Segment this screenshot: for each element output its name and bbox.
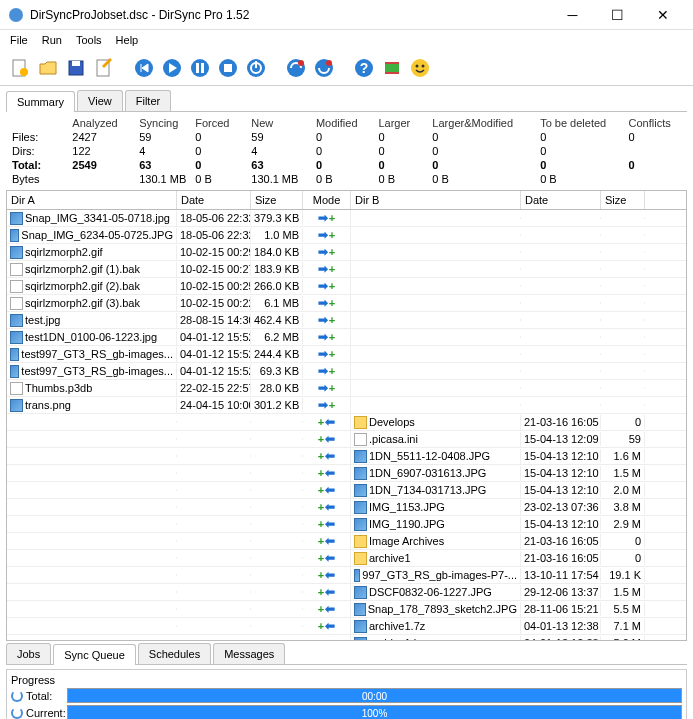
img-icon — [10, 399, 23, 412]
grid-row[interactable]: Snap_IMG_6234-05-0725.JPG 18-05-06 22:32… — [7, 227, 686, 244]
toolbar: ? — [0, 50, 693, 86]
file-date: 04-01-12 15:52 — [177, 347, 251, 361]
grid-row[interactable]: +⬅ 1DN_6907-031613.JPG 15-04-13 12:10 1.… — [7, 465, 686, 482]
file-date: 28-11-06 15:21 — [521, 602, 601, 616]
col-date-b[interactable]: Date — [521, 191, 601, 209]
play-button[interactable] — [160, 56, 184, 80]
grid-row[interactable]: test1DN_0100-06-1223.jpg 04-01-12 15:52 … — [7, 329, 686, 346]
file-date: 18-05-06 22:32 — [177, 211, 251, 225]
menubar: File Run Tools Help — [0, 30, 693, 50]
plus-icon: + — [318, 603, 324, 615]
sync-a-button[interactable] — [284, 56, 308, 80]
file-date: 10-02-15 00:25 — [177, 279, 251, 293]
img-icon — [10, 212, 23, 225]
grid-row[interactable]: sqirlzmorph2.gif 10-02-15 00:29 184.0 KB… — [7, 244, 686, 261]
skip-back-button[interactable] — [132, 56, 156, 80]
grid-row[interactable]: +⬅ IMG_1190.JPG 15-04-13 12:10 2.9 M — [7, 516, 686, 533]
menu-help[interactable]: Help — [110, 32, 145, 48]
sync-mode: ➡+ — [303, 346, 351, 362]
grid-row[interactable]: +⬅ 997_GT3_RS_gb-images-P7-... 13-10-11 … — [7, 567, 686, 584]
grid-row[interactable]: sqirlzmorph2.gif (1).bak 10-02-15 00:27 … — [7, 261, 686, 278]
col-size-a[interactable]: Size — [251, 191, 303, 209]
col-date-a[interactable]: Date — [177, 191, 251, 209]
new-button[interactable] — [8, 56, 32, 80]
menu-run[interactable]: Run — [36, 32, 68, 48]
tab-sync-queue[interactable]: Sync Queue — [53, 644, 136, 665]
arrow-right-icon: ➡ — [318, 228, 328, 242]
grid-row[interactable]: sqirlzmorph2.gif (2).bak 10-02-15 00:25 … — [7, 278, 686, 295]
tab-view[interactable]: View — [77, 90, 123, 111]
progress-current-bar: 100% — [67, 705, 682, 719]
grid-row[interactable]: +⬅ IMG_1153.JPG 23-02-13 07:36 3.8 M — [7, 499, 686, 516]
arrow-left-icon: ⬅ — [325, 500, 335, 514]
file-name: sqirlzmorph2.gif (3).bak — [25, 297, 140, 309]
file-size: 0 — [601, 551, 645, 565]
grid-row[interactable]: +⬅ 1DN_7134-031713.JPG 15-04-13 12:10 2.… — [7, 482, 686, 499]
grid-row[interactable]: test.jpg 28-08-15 14:30 462.4 KB ➡+ — [7, 312, 686, 329]
arrow-left-icon: ⬅ — [325, 449, 335, 463]
close-button[interactable]: ✕ — [640, 1, 685, 29]
menu-file[interactable]: File — [4, 32, 34, 48]
progress-current-label: Current: — [11, 707, 67, 719]
edit-button[interactable] — [92, 56, 116, 80]
grid-row[interactable]: sqirlzmorph2.gif (3).bak 10-02-15 00:22 … — [7, 295, 686, 312]
grid-row[interactable]: +⬅ DSCF0832-06-1227.JPG 29-12-06 13:37 1… — [7, 584, 686, 601]
grid-row[interactable]: +⬅ .picasa.ini 15-04-13 12:09 59 — [7, 431, 686, 448]
window-title: DirSyncProJobset.dsc - DirSync Pro 1.52 — [30, 8, 550, 22]
grid-row[interactable]: +⬅ 1DN_5511-12-0408.JPG 15-04-13 12:10 1… — [7, 448, 686, 465]
grid-row[interactable]: +⬅ archive1.7z 04-01-13 12:38 7.1 M — [7, 618, 686, 635]
arrow-right-icon: ➡ — [318, 211, 328, 225]
tab-filter[interactable]: Filter — [125, 90, 171, 111]
maximize-button[interactable]: ☐ — [595, 1, 640, 29]
grid-row[interactable]: +⬅ Image Archives 21-03-16 16:05 0 — [7, 533, 686, 550]
stop-button[interactable] — [216, 56, 240, 80]
grid-row[interactable]: +⬅ Snap_178_7893_sketch2.JPG 28-11-06 15… — [7, 601, 686, 618]
grid-row[interactable]: +⬅ Develops 21-03-16 16:05 0 — [7, 414, 686, 431]
open-button[interactable] — [36, 56, 60, 80]
arrow-right-icon: ➡ — [318, 245, 328, 259]
file-size: 7.1 M — [601, 619, 645, 633]
grid-row[interactable]: test997_GT3_RS_gb-images... 04-01-12 15:… — [7, 346, 686, 363]
grid-row[interactable]: +⬅ archive1.kz 04-01-13 12:38 5.0 M — [7, 635, 686, 640]
arrow-right-icon: ➡ — [318, 381, 328, 395]
minimize-button[interactable]: ─ — [550, 1, 595, 29]
sync-b-button[interactable] — [312, 56, 336, 80]
sync-grid: Dir A Date Size Mode Dir B Date Size Sna… — [6, 190, 687, 641]
arrow-left-icon: ⬅ — [325, 534, 335, 548]
tab-jobs[interactable]: Jobs — [6, 643, 51, 664]
plus-icon: + — [318, 552, 324, 564]
grid-row[interactable]: Thumbs.p3db 22-02-15 22:57 28.0 KB ➡+ — [7, 380, 686, 397]
doc-icon — [354, 433, 367, 446]
col-dir-b[interactable]: Dir B — [351, 191, 521, 209]
menu-tools[interactable]: Tools — [70, 32, 108, 48]
pause-button[interactable] — [188, 56, 212, 80]
save-button[interactable] — [64, 56, 88, 80]
shutdown-button[interactable] — [244, 56, 268, 80]
file-date: 24-04-15 10:00 — [177, 398, 251, 412]
tab-schedules[interactable]: Schedules — [138, 643, 211, 664]
grid-row[interactable]: trans.png 24-04-15 10:00 301.2 KB ➡+ — [7, 397, 686, 414]
file-size: 69.3 KB — [251, 364, 303, 378]
help-button[interactable]: ? — [352, 56, 376, 80]
bottom-tabbar: Jobs Sync Queue Schedules Messages — [6, 643, 687, 665]
grid-body[interactable]: Snap_IMG_3341-05-0718.jpg 18-05-06 22:32… — [7, 210, 686, 640]
grid-row[interactable]: +⬅ archive1 21-03-16 16:05 0 — [7, 550, 686, 567]
grid-row[interactable]: test997_GT3_RS_gb-images... 04-01-12 15:… — [7, 363, 686, 380]
file-date: 10-02-15 00:29 — [177, 245, 251, 259]
col-size-b[interactable]: Size — [601, 191, 645, 209]
col-mode[interactable]: Mode — [303, 191, 351, 209]
tab-summary[interactable]: Summary — [6, 91, 75, 112]
sync-mode: +⬅ — [303, 584, 351, 600]
about-button[interactable] — [408, 56, 432, 80]
sync-mode: ➡+ — [303, 363, 351, 379]
grid-row[interactable]: Snap_IMG_3341-05-0718.jpg 18-05-06 22:32… — [7, 210, 686, 227]
arrow-right-icon: ➡ — [318, 398, 328, 412]
docs-button[interactable] — [380, 56, 404, 80]
file-date: 21-03-16 16:05 — [521, 551, 601, 565]
fold-icon — [354, 552, 367, 565]
col-dir-a[interactable]: Dir A — [7, 191, 177, 209]
app-icon — [8, 7, 24, 23]
plus-icon: + — [329, 331, 335, 343]
tab-messages[interactable]: Messages — [213, 643, 285, 664]
img-icon — [354, 450, 367, 463]
